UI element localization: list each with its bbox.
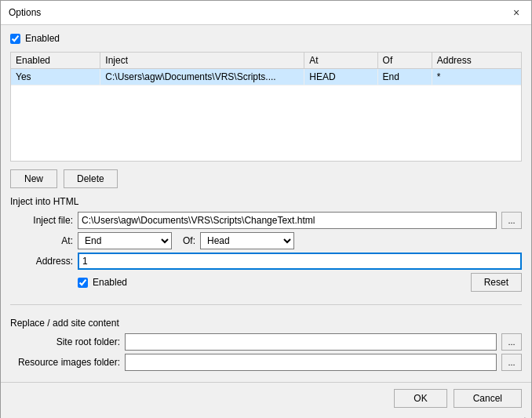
section-divider	[10, 304, 522, 305]
resource-images-row: Resource images folder: ...	[10, 354, 522, 371]
new-button[interactable]: New	[10, 169, 57, 188]
address-label: Address:	[10, 256, 73, 267]
resource-images-browse-button[interactable]: ...	[501, 354, 522, 371]
table-row[interactable]: Yes C:\Users\agw\Documents\VRS\Scripts..…	[11, 69, 521, 85]
resource-images-label: Resource images folder:	[10, 357, 120, 368]
at-select[interactable]: End Start	[78, 232, 172, 249]
inject-file-browse-button[interactable]: ...	[501, 212, 522, 229]
ok-button[interactable]: OK	[394, 389, 446, 408]
replace-section: Replace / add site content Site root fol…	[10, 314, 522, 374]
table-buttons-row: New Delete	[10, 169, 522, 188]
title-bar: Options ×	[1, 1, 531, 25]
at-label: At:	[10, 235, 73, 246]
inject-file-label: Inject file:	[10, 215, 73, 226]
col-inject: Inject	[100, 53, 304, 69]
cell-address: *	[432, 69, 521, 85]
resource-images-input[interactable]	[125, 354, 497, 371]
cell-enabled: Yes	[11, 69, 100, 85]
cell-of: End	[377, 69, 432, 85]
options-dialog: Options × Enabled Enabled Inject At Of A…	[0, 0, 532, 418]
reset-button[interactable]: Reset	[471, 273, 522, 292]
dialog-title: Options	[9, 7, 41, 18]
top-enabled-row: Enabled	[10, 33, 522, 44]
dialog-footer: OK Cancel	[1, 382, 531, 414]
col-of: Of	[377, 53, 432, 69]
cell-at: HEAD	[304, 69, 377, 85]
site-root-browse-button[interactable]: ...	[501, 333, 522, 351]
inject-file-input[interactable]	[78, 212, 497, 229]
inject-section-label: Inject into HTML	[10, 196, 522, 207]
inject-file-row: Inject file: ...	[10, 212, 522, 229]
site-root-input[interactable]	[125, 333, 497, 351]
replace-section-label: Replace / add site content	[10, 318, 522, 329]
inject-table: Enabled Inject At Of Address Yes C:\User…	[11, 53, 521, 85]
of-label: Of:	[183, 235, 195, 246]
inject-section: Inject into HTML Inject file: ... At: En…	[10, 193, 522, 295]
of-select[interactable]: Head Body	[200, 232, 294, 249]
cancel-button[interactable]: Cancel	[454, 389, 522, 408]
enabled-reset-row: Enabled Reset	[10, 273, 522, 292]
site-root-row: Site root folder: ...	[10, 333, 522, 351]
address-input[interactable]	[78, 253, 522, 270]
cell-inject: C:\Users\agw\Documents\VRS\Scripts....	[100, 69, 304, 85]
site-root-label: Site root folder:	[10, 336, 120, 347]
top-enabled-label: Enabled	[25, 33, 60, 44]
col-enabled: Enabled	[11, 53, 100, 69]
close-button[interactable]: ×	[509, 5, 523, 20]
top-enabled-checkbox[interactable]	[10, 34, 20, 44]
address-row: Address:	[10, 253, 522, 270]
inject-table-container: Enabled Inject At Of Address Yes C:\User…	[10, 52, 522, 162]
inject-enabled-checkbox[interactable]	[78, 278, 88, 288]
at-of-row: At: End Start Of: Head Body	[10, 232, 522, 249]
inject-enabled-label: Enabled	[93, 277, 127, 288]
table-header-row: Enabled Inject At Of Address	[11, 53, 521, 69]
col-at: At	[304, 53, 377, 69]
resize-handle: ⤡	[1, 414, 531, 418]
col-address: Address	[432, 53, 521, 69]
delete-button[interactable]: Delete	[64, 169, 118, 188]
dialog-content: Enabled Enabled Inject At Of Address Yes	[1, 25, 531, 382]
